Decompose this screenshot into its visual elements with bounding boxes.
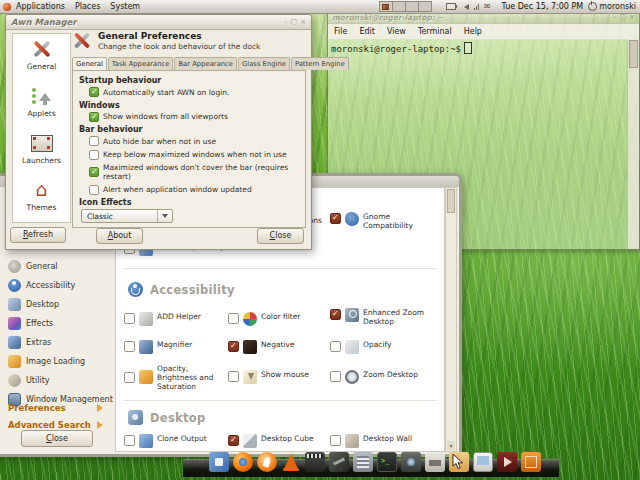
plugin-checkbox[interactable] xyxy=(124,435,135,446)
opacity-brightness-icon xyxy=(139,370,153,384)
menu-view[interactable]: View xyxy=(381,27,412,36)
awn-titlebar[interactable]: Awn Manager –□× xyxy=(6,15,311,30)
checkbox[interactable] xyxy=(89,136,99,146)
vlc-icon[interactable] xyxy=(281,452,301,472)
music-player-icon[interactable] xyxy=(257,452,277,472)
awn-close-button[interactable]: Close xyxy=(257,228,304,244)
power-icon[interactable] xyxy=(588,2,597,11)
username[interactable]: moronski xyxy=(599,2,636,11)
chevron-down-icon xyxy=(157,210,172,222)
tab-general[interactable]: General xyxy=(72,57,107,70)
plugin-checkbox[interactable] xyxy=(228,435,239,446)
camera-icon[interactable] xyxy=(401,452,421,472)
system-menu[interactable]: System xyxy=(105,2,145,11)
category-utility[interactable]: Utility xyxy=(0,371,113,390)
plugin-checkbox[interactable] xyxy=(124,372,135,383)
video-editor-icon[interactable] xyxy=(329,452,349,472)
advanced-search-link[interactable]: Advanced Search xyxy=(0,420,113,430)
applications-menu[interactable]: Applications xyxy=(11,2,70,11)
clock[interactable]: Tue Dec 15, 7:00 PM xyxy=(501,2,583,11)
menu-file[interactable]: File xyxy=(328,27,353,36)
plugin-checkbox[interactable] xyxy=(330,341,341,352)
battery-icon[interactable] xyxy=(446,3,456,10)
compiz-scrollbar[interactable]: ▾ xyxy=(445,187,457,452)
bar-behaviour-header: Bar behaviour xyxy=(79,125,299,134)
maximize-icon[interactable]: □ xyxy=(291,19,298,26)
movie-player-icon[interactable] xyxy=(305,452,325,472)
about-button[interactable]: About xyxy=(96,228,143,244)
checkbox[interactable] xyxy=(89,167,99,177)
checkbox[interactable] xyxy=(89,150,99,160)
maximize-icon[interactable]: □ xyxy=(620,14,627,21)
awn-sidebar-applets[interactable]: Applets xyxy=(13,81,70,128)
category-effects[interactable]: Effects xyxy=(0,314,113,333)
plugin-checkbox[interactable] xyxy=(228,313,239,324)
scrollbar-thumb[interactable] xyxy=(447,189,455,213)
plugin-checkbox[interactable] xyxy=(228,341,239,352)
volume-icon[interactable] xyxy=(461,4,469,10)
media-player-icon[interactable] xyxy=(497,452,517,472)
minimize-icon[interactable]: – xyxy=(613,14,617,21)
checkbox[interactable] xyxy=(89,112,99,122)
workspace-switcher[interactable] xyxy=(379,1,432,12)
close-icon[interactable]: × xyxy=(629,14,635,21)
add-helper-icon xyxy=(139,312,153,326)
terminal-scrollbar[interactable] xyxy=(627,39,639,249)
workspace-2[interactable] xyxy=(393,2,406,11)
menu-terminal[interactable]: Terminal xyxy=(412,27,458,36)
text-cursor xyxy=(464,42,472,54)
checkbox[interactable] xyxy=(89,185,99,195)
category-desktop[interactable]: Desktop xyxy=(0,295,113,314)
plugin-checkbox[interactable] xyxy=(330,435,341,446)
terminal-window-controls: –□× xyxy=(613,14,635,21)
workspace-3[interactable] xyxy=(406,2,419,11)
firefox-icon[interactable] xyxy=(233,452,253,472)
awn-sidebar-themes[interactable]: ⌂Themes xyxy=(13,175,70,222)
preferences-link[interactable]: Preferences xyxy=(0,403,113,413)
tab-task-appearance[interactable]: Task Appearance xyxy=(108,57,174,70)
distro-logo-icon[interactable] xyxy=(3,3,11,11)
category-general[interactable]: General xyxy=(0,257,113,276)
category-extras[interactable]: Extras xyxy=(0,333,113,352)
plugin-checkbox[interactable] xyxy=(228,371,239,382)
compiz-close-button[interactable]: Close xyxy=(21,430,93,447)
package-manager-icon[interactable] xyxy=(521,452,541,472)
awn-manager-window: Awn Manager –□× General Applets Launcher… xyxy=(5,14,312,250)
category-accessibility[interactable]: Accessibility xyxy=(0,276,113,295)
workspace-1[interactable] xyxy=(380,2,393,11)
menu-help[interactable]: Help xyxy=(458,27,488,36)
plugin-zoom-desktop: Zoom Desktop xyxy=(330,370,434,384)
workspace-4[interactable] xyxy=(419,2,431,11)
tab-glass-engine[interactable]: Glass Engine xyxy=(238,57,290,70)
file-manager-icon[interactable] xyxy=(209,452,229,472)
category-image-loading[interactable]: Image Loading xyxy=(0,352,113,371)
scrollbar-thumb[interactable] xyxy=(629,40,638,68)
network-signal-icon[interactable] xyxy=(474,4,479,10)
plugin-checkbox[interactable] xyxy=(124,313,135,324)
minimize-icon[interactable]: – xyxy=(284,19,288,26)
places-menu[interactable]: Places xyxy=(70,2,105,11)
tab-pattern-engine[interactable]: Pattern Engine xyxy=(291,57,349,70)
plugin-checkbox[interactable] xyxy=(330,213,341,224)
icon-effects-dropdown[interactable]: Classic xyxy=(81,209,173,223)
scrollbar-down-arrow[interactable]: ▾ xyxy=(447,441,455,450)
printer-icon[interactable] xyxy=(425,452,445,472)
close-icon[interactable]: × xyxy=(300,19,306,26)
plugin-checkbox[interactable] xyxy=(330,371,341,382)
terminal-icon[interactable] xyxy=(377,452,397,472)
option-autostart: Automatically start AWN on login. xyxy=(89,87,299,97)
preferences-tools-icon xyxy=(72,31,92,51)
display-icon[interactable] xyxy=(473,452,493,472)
tab-bar-appearance[interactable]: Bar Appearance xyxy=(174,57,237,70)
option-label: Alert when application window updated xyxy=(103,185,252,194)
plugin-checkbox[interactable] xyxy=(124,341,135,352)
calculator-icon[interactable] xyxy=(353,452,373,472)
checkbox[interactable] xyxy=(89,87,99,97)
mail-icon[interactable]: ✉ xyxy=(484,3,491,11)
refresh-button[interactable]: Refresh xyxy=(10,227,66,243)
awn-sidebar-general[interactable]: General xyxy=(13,34,70,81)
menu-edit[interactable]: Edit xyxy=(353,27,381,36)
top-panel: Applications Places System ✉ Tue Dec 15,… xyxy=(0,0,640,14)
plugin-checkbox[interactable] xyxy=(330,309,341,320)
awn-sidebar-launchers[interactable]: Launchers xyxy=(13,128,70,175)
